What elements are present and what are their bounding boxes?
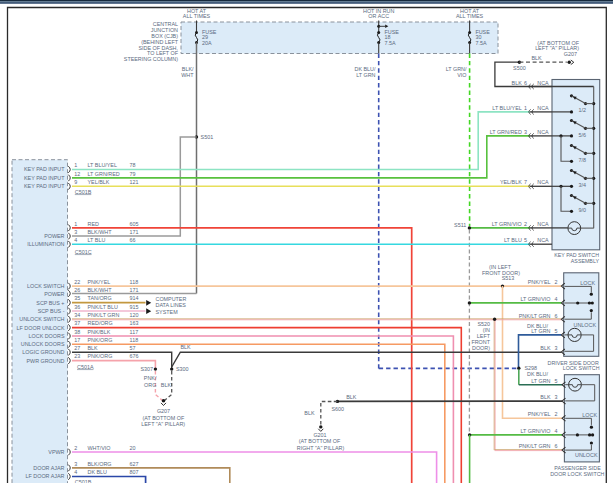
svg-text:SCP BUS +: SCP BUS + (36, 300, 64, 306)
svg-text:915: 915 (130, 304, 139, 310)
svg-text:2: 2 (554, 279, 557, 285)
svg-text:6: 6 (554, 443, 557, 449)
svg-text:S500: S500 (513, 65, 526, 71)
svg-text:676: 676 (130, 353, 139, 359)
svg-text:G207: G207 (564, 51, 577, 57)
svg-text:BLK: BLK (161, 382, 172, 388)
svg-text:S511: S511 (454, 222, 466, 228)
svg-text:PNK/BLK: PNK/BLK (88, 329, 111, 335)
svg-text:914: 914 (130, 295, 139, 301)
svg-text:LOCK: LOCK (580, 280, 595, 286)
svg-text:S600: S600 (332, 406, 345, 412)
svg-text:POWER: POWER (44, 291, 64, 297)
svg-text:66: 66 (130, 237, 136, 243)
svg-text:UNLOCK: UNLOCK (574, 322, 597, 328)
svg-text:2: 2 (74, 445, 77, 451)
svg-text:LT BLU: LT BLU (88, 237, 106, 243)
svg-text:2: 2 (554, 411, 557, 417)
svg-text:3: 3 (74, 229, 77, 235)
svg-text:DOOR AJAR: DOOR AJAR (33, 465, 64, 471)
svg-text:3: 3 (554, 394, 557, 400)
svg-text:DOOR): DOOR) (472, 345, 490, 351)
svg-text:LT BLU/YEL: LT BLU/YEL (88, 162, 117, 168)
svg-text:1/2: 1/2 (579, 107, 587, 113)
svg-text:7.5A: 7.5A (475, 40, 486, 46)
svg-text:DOOR LOCK SWITCH: DOOR LOCK SWITCH (550, 471, 604, 477)
svg-text:120: 120 (130, 312, 139, 318)
svg-text:PNK/: PNK/ (144, 375, 157, 381)
svg-text:DK BLU/: DK BLU/ (527, 371, 548, 377)
svg-text:163: 163 (130, 320, 139, 326)
svg-text:S513: S513 (502, 275, 515, 281)
svg-text:ASSEMBLY: ASSEMBLY (571, 258, 600, 264)
svg-text:121: 121 (130, 179, 139, 185)
svg-text:NCA: NCA (537, 221, 549, 227)
svg-text:22: 22 (74, 279, 80, 285)
svg-text:78: 78 (130, 162, 136, 168)
svg-text:118: 118 (130, 279, 139, 285)
svg-text:37: 37 (74, 320, 80, 326)
svg-text:20: 20 (130, 445, 136, 451)
svg-text:LT GRN: LT GRN (531, 378, 550, 384)
svg-text:LT GRN/VIO: LT GRN/VIO (520, 296, 550, 302)
svg-text:KEY PAD INPUT: KEY PAD INPUT (24, 166, 65, 172)
svg-text:20A: 20A (202, 40, 212, 46)
svg-text:3/4: 3/4 (579, 182, 587, 188)
svg-text:LOCK SWITCH: LOCK SWITCH (563, 365, 600, 371)
svg-text:9: 9 (74, 179, 77, 185)
svg-text:LT GRN/RED: LT GRN/RED (88, 171, 120, 177)
svg-text:17: 17 (74, 337, 80, 343)
svg-text:ORG: ORG (144, 382, 156, 388)
svg-text:S520: S520 (477, 321, 490, 327)
svg-text:NCA: NCA (537, 179, 549, 185)
svg-text:C501A: C501A (77, 364, 94, 370)
svg-text:BLK: BLK (512, 80, 523, 86)
svg-text:BLK: BLK (540, 345, 551, 351)
svg-text:LT GRN/VIO: LT GRN/VIO (492, 221, 522, 227)
svg-text:627: 627 (130, 461, 139, 467)
svg-text:S307: S307 (140, 366, 153, 372)
svg-text:C501B: C501B (75, 189, 92, 195)
svg-text:PNK/ORG: PNK/ORG (88, 337, 113, 343)
svg-text:PWR GROUND: PWR GROUND (26, 358, 64, 364)
svg-text:RIGHT "A" PILLAR): RIGHT "A" PILLAR) (297, 445, 345, 451)
svg-text:KEY PAD INPUT: KEY PAD INPUT (24, 175, 65, 181)
svg-text:G207: G207 (157, 408, 170, 414)
svg-text:7: 7 (524, 179, 527, 185)
svg-text:PASSENGER SIDE: PASSENGER SIDE (554, 465, 601, 471)
svg-text:RED/ORG: RED/ORG (88, 320, 113, 326)
svg-text:OR ACC: OR ACC (368, 13, 389, 19)
svg-text:DK BLU/: DK BLU/ (355, 66, 376, 72)
svg-text:(AT BOTTOM OF: (AT BOTTOM OF (299, 438, 341, 444)
svg-text:UNLOCK DOORS: UNLOCK DOORS (21, 341, 65, 347)
svg-text:605: 605 (130, 221, 139, 227)
svg-text:BLK: BLK (88, 345, 99, 351)
svg-text:KEY PAD INPUT: KEY PAD INPUT (24, 183, 65, 189)
svg-text:LT GRN/RED: LT GRN/RED (490, 129, 522, 135)
svg-text:BLK/WHT: BLK/WHT (88, 287, 113, 293)
svg-text:VIO: VIO (457, 72, 466, 78)
svg-text:COMPUTER: COMPUTER (156, 296, 187, 302)
svg-text:38: 38 (74, 329, 80, 335)
svg-text:DATA LINES: DATA LINES (156, 302, 187, 308)
svg-text:79: 79 (130, 171, 136, 177)
svg-text:4: 4 (74, 469, 77, 475)
svg-text:118: 118 (130, 337, 139, 343)
svg-text:LT BLU/YEL: LT BLU/YEL (492, 105, 521, 111)
svg-text:YEL/BLK: YEL/BLK (88, 179, 110, 185)
svg-text:STEERING COLUMN): STEERING COLUMN) (124, 56, 178, 62)
svg-text:23: 23 (74, 353, 80, 359)
svg-text:PNK/LT GRN: PNK/LT GRN (519, 313, 551, 319)
svg-text:PNK/LT BLU: PNK/LT BLU (88, 304, 118, 310)
svg-text:SYSTEM: SYSTEM (156, 309, 179, 315)
svg-text:LT BLU: LT BLU (504, 237, 522, 243)
svg-text:BLK/: BLK/ (182, 66, 194, 72)
svg-text:LOCK SWITCH: LOCK SWITCH (27, 283, 65, 289)
svg-text:WHT/VIO: WHT/VIO (88, 445, 111, 451)
svg-text:NCA: NCA (537, 129, 549, 135)
svg-text:PNK/LT GRN: PNK/LT GRN (519, 443, 551, 449)
svg-text:YEL/BLK: YEL/BLK (500, 179, 522, 185)
svg-text:7/8: 7/8 (579, 157, 587, 163)
svg-text:ALL TIMES: ALL TIMES (183, 13, 211, 19)
svg-text:12: 12 (74, 171, 80, 177)
